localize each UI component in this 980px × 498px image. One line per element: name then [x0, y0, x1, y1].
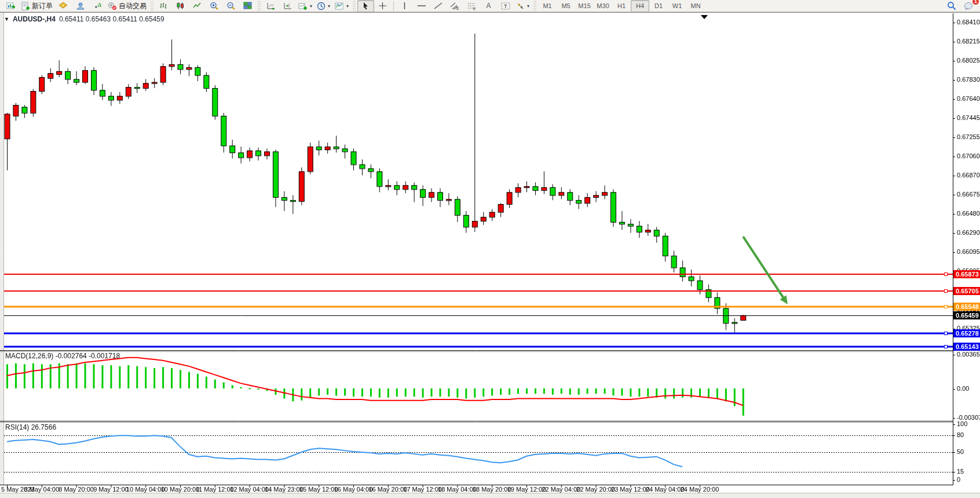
auto-scroll-button[interactable]: [262, 0, 279, 12]
status-bar: [0, 493, 980, 498]
bar-chart-icon: [159, 2, 168, 10]
equidistant-channel-tool-button[interactable]: E: [447, 0, 463, 12]
svg-text:T: T: [504, 3, 507, 9]
zoom-in-button[interactable]: [206, 0, 222, 12]
autotrade-button[interactable]: 自动交易: [105, 0, 149, 12]
auto-scroll-icon: [266, 2, 276, 10]
chevron-down-icon: ▾: [310, 3, 312, 9]
timeframe-button-M1[interactable]: M1: [538, 0, 557, 12]
svg-text:F: F: [473, 6, 476, 10]
line-chart-icon: [193, 2, 202, 10]
chat-bubble-icon: [964, 2, 973, 10]
search-button[interactable]: [943, 0, 960, 12]
search-icon: [947, 1, 956, 10]
trendline-icon: [434, 2, 443, 10]
chart-title-bar: ▼ AUDUSD-,H4 0.65411 0.65463 0.65411 0.6…: [4, 15, 164, 23]
timeframe-button-M30[interactable]: M30: [594, 0, 612, 12]
timeframe-button-H1[interactable]: H1: [612, 0, 631, 12]
toolbar-separator: [393, 1, 394, 11]
chart-shift-button[interactable]: [279, 0, 296, 12]
shapes-tool-button[interactable]: ▾: [514, 0, 532, 12]
timeframe-group: M1M5M15M30H1H4D1W1MN: [538, 0, 705, 12]
zoom-in-icon: [210, 2, 219, 10]
timeframe-button-W1[interactable]: W1: [668, 0, 686, 12]
clock-icon: [317, 2, 326, 10]
toolbar-grip: [353, 1, 356, 11]
templates-button[interactable]: ▾: [332, 0, 351, 12]
add-indicator-icon: [298, 2, 308, 10]
chart-ohlc-quote: 0.65411 0.65463 0.65411 0.65459: [59, 15, 164, 23]
vertical-line-icon: [401, 2, 408, 10]
notification-count-badge: 1: [972, 0, 979, 5]
autotrade-label: 自动交易: [119, 1, 147, 11]
chevron-down-icon: ▾: [527, 3, 529, 9]
timeframe-button-D1[interactable]: D1: [649, 0, 668, 12]
svg-text:E: E: [456, 6, 459, 10]
chart-shift-icon: [283, 2, 292, 10]
new-order-button[interactable]: 新订单: [19, 0, 55, 12]
horizontal-line-tool-button[interactable]: [413, 0, 430, 12]
signals-button[interactable]: [89, 0, 105, 12]
new-order-icon: [21, 2, 30, 10]
crosshair-tool-button[interactable]: [374, 0, 391, 12]
line-chart-type-button[interactable]: [189, 0, 206, 12]
channel-icon: E: [450, 2, 460, 10]
tile-windows-icon: [243, 2, 252, 10]
new-chart-button[interactable]: [2, 0, 19, 12]
chevron-down-icon: ▾: [328, 3, 330, 9]
zoom-out-button[interactable]: [222, 0, 239, 12]
timeframe-button-MN[interactable]: MN: [686, 0, 705, 12]
main-toolbar: 新订单 自动交易: [0, 0, 980, 12]
chevron-down-icon: ▾: [346, 3, 349, 9]
chart-window: ▼ AUDUSD-,H4 0.65411 0.65463 0.65411 0.6…: [0, 12, 980, 493]
bar-chart-type-button[interactable]: [155, 0, 172, 12]
periods-button[interactable]: ▾: [315, 0, 332, 12]
arrows-shapes-icon: [516, 2, 525, 10]
gold-ingot-icon: [58, 2, 68, 10]
timeframe-button-M15[interactable]: M15: [575, 0, 594, 12]
notifications-button[interactable]: 1: [960, 0, 977, 12]
candlestick-icon: [176, 2, 185, 10]
horizontal-line-icon: [417, 2, 426, 10]
new-chart-icon: [6, 2, 16, 10]
autotrade-icon: [108, 2, 117, 10]
community-person-icon: [76, 2, 85, 10]
zoom-out-icon: [226, 2, 236, 10]
fibonacci-icon: F: [467, 2, 477, 10]
market-depth-button[interactable]: [55, 0, 72, 12]
text-label-tool-button[interactable]: T: [497, 0, 514, 12]
timeframe-button-H4[interactable]: H4: [631, 0, 649, 12]
toolbar-grip: [258, 1, 261, 11]
vertical-line-tool-button[interactable]: [396, 0, 413, 12]
tile-windows-button[interactable]: [239, 0, 256, 12]
new-order-label: 新订单: [32, 1, 53, 11]
macd-indicator-label: MACD(12,26,9) -0.002764 -0.001718: [5, 352, 120, 360]
cursor-tool-button[interactable]: [357, 0, 374, 12]
timeframe-button-M5[interactable]: M5: [557, 0, 575, 12]
text-icon: A: [487, 2, 491, 10]
collapse-chart-icon[interactable]: ▼: [4, 16, 9, 22]
fibonacci-tool-button[interactable]: F: [463, 0, 480, 12]
template-icon: [335, 2, 344, 10]
cursor-arrow-icon: [362, 2, 370, 10]
broadcast-icon: [93, 2, 102, 10]
rsi-indicator-label: RSI(14) 26.7566: [5, 423, 56, 431]
text-label-icon: T: [501, 2, 510, 10]
candlestick-type-button[interactable]: [172, 0, 189, 12]
indicators-button[interactable]: ▾: [296, 0, 315, 12]
price-chart-canvas[interactable]: [0, 13, 980, 493]
community-button[interactable]: [72, 0, 89, 12]
text-tool-button[interactable]: A: [480, 0, 497, 12]
crosshair-icon: [378, 2, 387, 10]
trendline-tool-button[interactable]: [430, 0, 447, 12]
toolbar-grip: [151, 1, 153, 11]
chart-symbol-label: AUDUSD-,H4: [13, 15, 56, 23]
toolbar-grip: [533, 1, 536, 11]
